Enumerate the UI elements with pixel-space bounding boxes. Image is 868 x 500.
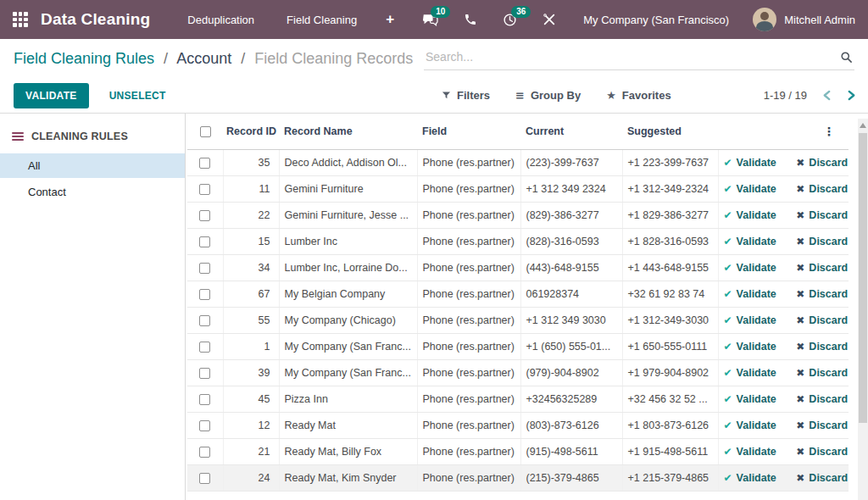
pager-next-button[interactable] [847,90,856,101]
table-row[interactable]: 35 Deco Addict, Addison Ol... Phone (res… [187,149,849,175]
validate-button[interactable]: ✔Validate [724,419,776,431]
discard-button[interactable]: ✖Discard [796,393,848,405]
discard-link-label: Discard [809,183,848,195]
row-checkbox[interactable] [199,315,210,326]
table-row[interactable]: 34 Lumber Inc, Lorraine Do... Phone (res… [187,254,849,281]
row-checkbox[interactable] [199,420,210,431]
pager-previous-button[interactable] [822,90,832,101]
discard-link-label: Discard [809,446,848,458]
row-checkbox[interactable] [199,289,210,300]
discard-button[interactable]: ✖Discard [796,419,848,431]
validate-button[interactable]: ✔Validate [724,288,776,300]
company-switcher[interactable]: My Company (San Francisco) [583,14,729,26]
search-input[interactable] [426,50,840,64]
column-header-record-name[interactable]: Record Name [279,114,417,149]
row-checkbox[interactable] [199,158,210,169]
row-checkbox[interactable] [199,263,210,274]
validate-button[interactable]: ✔Validate [724,209,776,221]
select-all-checkbox[interactable] [200,126,211,137]
phone-button[interactable] [464,13,477,26]
menu-field-cleaning[interactable]: Field Cleaning [287,14,357,26]
validate-button[interactable]: ✔Validate [724,472,776,484]
row-checkbox[interactable] [199,473,210,484]
record-name-cell: Gemini Furniture [279,175,417,202]
discard-link-label: Discard [809,367,848,379]
row-checkbox-cell [187,281,223,307]
row-checkbox[interactable] [199,236,210,247]
table-row[interactable]: 1 My Company (San Franc... Phone (res.pa… [187,333,849,359]
row-checkbox[interactable] [199,184,210,195]
filters-button[interactable]: Filters [442,89,490,102]
table-row[interactable]: 22 Gemini Furniture, Jesse ... Phone (re… [187,202,849,228]
messages-button[interactable]: 10 [422,13,438,27]
discard-button[interactable]: ✖Discard [796,341,848,353]
validate-button[interactable]: ✔Validate [724,393,776,405]
validate-button[interactable]: ✔Validate [724,183,776,195]
validate-link-label: Validate [737,157,776,169]
field-cell: Phone (res.partner) [417,228,520,254]
sidebar-item-all[interactable]: All [0,153,185,178]
table-row[interactable]: 21 Ready Mat, Billy Fox Phone (res.partn… [187,438,849,464]
table-row[interactable]: 15 Lumber Inc Phone (res.partner) (828)-… [187,228,849,254]
table-row[interactable]: 39 My Company (San Franc... Phone (res.p… [187,359,849,386]
scroll-up-arrow-icon[interactable] [860,123,866,128]
add-menu-button[interactable]: + [386,11,394,28]
record-name-cell: Deco Addict, Addison Ol... [279,149,417,175]
breadcrumb-parent-link[interactable]: Account [176,50,231,67]
optional-columns-icon[interactable]: ⋮ [823,125,835,138]
validate-button[interactable]: ✔Validate [724,314,776,326]
validate-link-label: Validate [737,446,776,458]
validate-button[interactable]: ✔Validate [724,157,776,169]
validate-all-button[interactable]: VALIDATE [14,83,89,108]
unselect-button[interactable]: UNSELECT [101,83,175,108]
table-row[interactable]: 12 Ready Mat Phone (res.partner) (803)-8… [187,412,849,438]
search-icon[interactable] [840,51,853,64]
discard-button[interactable]: ✖Discard [796,183,848,195]
breadcrumb-separator: / [164,50,168,67]
row-checkbox[interactable] [199,394,210,405]
group-by-button[interactable]: ≡ Group By [515,89,581,102]
favorites-button[interactable]: ★ Favorites [606,89,670,102]
breadcrumb-current: Field Cleaning Records [254,50,413,67]
discard-button[interactable]: ✖Discard [796,209,848,221]
discard-button[interactable]: ✖Discard [796,262,848,274]
discard-link-label: Discard [809,157,848,169]
validate-button[interactable]: ✔Validate [724,341,776,353]
row-checkbox[interactable] [199,210,210,221]
validate-button[interactable]: ✔Validate [724,367,776,379]
column-header-field[interactable]: Field [417,114,520,149]
row-checkbox[interactable] [199,342,210,353]
discard-button[interactable]: ✖Discard [796,367,848,379]
column-header-suggested[interactable]: Suggested [622,114,718,149]
discard-button[interactable]: ✖Discard [796,314,848,326]
app-title[interactable]: Data Cleaning [41,10,150,29]
user-avatar[interactable] [753,8,776,31]
validate-button[interactable]: ✔Validate [724,262,776,274]
discard-button[interactable]: ✖Discard [796,472,848,484]
table-row[interactable]: 67 My Belgian Company Phone (res.partner… [187,281,849,307]
vertical-scrollbar[interactable] [858,119,868,500]
row-checkbox[interactable] [199,368,210,379]
discard-button[interactable]: ✖Discard [796,288,848,300]
sidebar-item-contact[interactable]: Contact [0,180,185,204]
table-row[interactable]: 55 My Company (Chicago) Phone (res.partn… [187,307,849,333]
validate-button[interactable]: ✔Validate [724,236,776,247]
apps-menu-icon[interactable] [13,12,28,27]
discard-button[interactable]: ✖Discard [796,446,848,458]
activities-button[interactable]: 36 [503,13,517,27]
tools-button[interactable] [542,13,556,26]
column-header-record-id[interactable]: Record ID [223,114,279,149]
current-cell: (215)-379-4865 [520,464,622,491]
discard-button[interactable]: ✖Discard [796,157,848,169]
column-header-current[interactable]: Current [520,114,622,149]
row-checkbox[interactable] [199,447,210,458]
validate-button[interactable]: ✔Validate [724,446,776,458]
menu-deduplication[interactable]: Deduplication [187,14,254,26]
table-row[interactable]: 45 Pizza Inn Phone (res.partner) +324563… [187,386,849,412]
breadcrumb-root-link[interactable]: Field Cleaning Rules [14,50,154,67]
scrollbar-thumb[interactable] [859,133,867,423]
table-row[interactable]: 24 Ready Mat, Kim Snyder Phone (res.part… [187,464,849,491]
discard-button[interactable]: ✖Discard [796,236,848,247]
user-menu[interactable]: Mitchell Admin [784,14,855,26]
table-row[interactable]: 11 Gemini Furniture Phone (res.partner) … [187,175,849,202]
